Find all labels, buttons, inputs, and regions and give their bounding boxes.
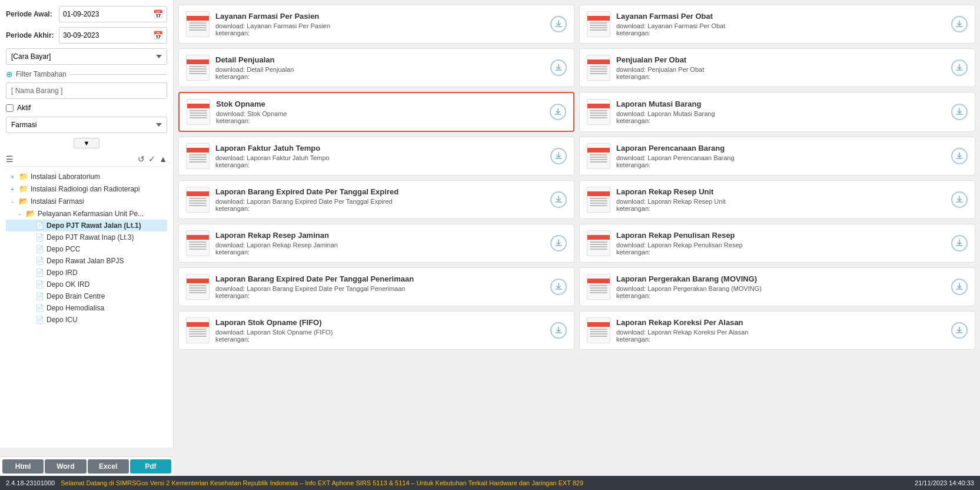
thumb-lines-laporan_stok_opname_fifo [187,327,209,339]
report-thumb-penjualan_per_obat [587,55,610,81]
report-keterangan-laporan_perencanaan_barang: keterangan: [616,161,945,168]
download-button-layanan_farmasi_per_obat[interactable] [951,16,968,32]
tree-item-depo-ok-ird[interactable]: 📄 Depo OK IRD [6,279,167,290]
report-thumb-laporan_rekap_resep_jaminan [186,230,210,256]
report-title-laporan_stok_opname_fifo: Laporan Stok Opname (FIFO) [215,318,544,327]
report-download-text-penjualan_per_obat: download: Penjualan Per Obat [616,66,945,73]
check-icon[interactable]: ✓ [148,154,155,164]
report-download-text-laporan_rekap_resep_unit: download: Laporan Rekap Resep Unit [616,198,945,205]
tree-item-pelayanan[interactable]: - 📂 Pelayanan Kefarmasian Unit Pe... [6,207,167,220]
download-button-laporan_barang_expired_per_tanggal_penerimaan[interactable] [550,279,567,295]
download-button-layanan_farmasi_per_pasien[interactable] [550,16,567,32]
report-title-laporan_faktur_jatuh_tempo: Laporan Faktur Jatuh Tempo [215,144,544,153]
report-info-laporan_rekap_penulisan_resep: Laporan Rekap Penulisan Resep download: … [616,231,945,256]
download-button-laporan_rekap_koreksi_per_alasan[interactable] [951,322,968,339]
download-button-laporan_rekap_penulisan_resep[interactable] [951,235,968,251]
collapse-button[interactable]: ▼ [74,138,100,148]
list-icon: ☰ [6,154,14,164]
report-card-laporan_rekap_penulisan_resep: Laporan Rekap Penulisan Resep download: … [579,224,975,263]
thumb-stripe-laporan_stok_opname_fifo [187,322,209,327]
marquee-wrapper: Selamat Datang di SIMRSGos Versi 2 Kemen… [61,479,909,486]
download-button-laporan_faktur_jatuh_tempo[interactable] [550,148,567,164]
tree-item-farmasi[interactable]: - 📂 Instalasi Farmasi [6,195,167,207]
file-icon-depo-brain-centre: 📄 [35,292,44,300]
report-card-laporan_mutasi_barang: Laporan Mutasi Barang download: Laporan … [579,92,975,132]
farmasi-row: Farmasi [6,117,167,133]
download-button-laporan_stok_opname_fifo[interactable] [550,322,567,339]
report-card-laporan_perencanaan_barang: Laporan Perencanaan Barang download: Lap… [579,137,975,176]
download-button-laporan_pergerakan_barang_moving[interactable] [951,279,968,295]
periode-akhir-field[interactable] [63,31,153,39]
aktif-checkbox[interactable] [6,104,14,112]
file-icon-depo-pjt-rawat-inap: 📄 [35,233,44,241]
filter-tambahan-plus-icon[interactable]: ⊕ [6,69,13,79]
history-icon[interactable]: ↺ [138,154,145,164]
tree-label-depo-pcc: Depo PCC [46,245,167,253]
download-button-detail_penjualan[interactable] [550,59,567,76]
tree-item-radio[interactable]: + 📁 Instalasi Radiologi dan Radioterapi [6,183,167,195]
download-button-laporan_rekap_resep_unit[interactable] [951,191,968,208]
report-thumb-laporan_rekap_resep_unit [587,187,610,213]
bottom-toolbar: Html Word Excel Pdf [0,456,174,476]
tree-item-depo-pjt-rawat-inap[interactable]: 📄 Depo PJT Rawat Inap (Lt.3) [6,231,167,243]
excel-button[interactable]: Excel [88,459,129,474]
thumb-lines-laporan_faktur_jatuh_tempo [187,153,209,164]
download-button-laporan_mutasi_barang[interactable] [951,104,968,120]
tree-label-depo-ird: Depo IRD [46,269,167,277]
tree-item-depo-hemodialisa[interactable]: 📄 Depo Hemodialisa [6,302,167,314]
download-button-laporan_perencanaan_barang[interactable] [951,148,968,164]
status-bar: 2.4.18-23101000 Selamat Datang di SIMRSG… [0,476,980,490]
periode-awal-field[interactable] [63,10,153,18]
report-title-laporan_barang_expired_per_tanggal_expired: Laporan Barang Expired Date Per Tanggal … [215,187,544,196]
tree-item-depo-rawat-jalan-bpjs[interactable]: 📄 Depo Rawat Jalan BPJS [6,255,167,267]
download-button-stok_opname[interactable] [550,104,566,120]
report-card-laporan_rekap_resep_unit: Laporan Rekap Resep Unit download: Lapor… [579,180,975,219]
pdf-button[interactable]: Pdf [130,459,171,474]
left-panel: Periode Awal: 📅 Periode Akhir: 📅 [Cara B… [0,0,174,448]
tree-item-lab[interactable]: + 📁 Instalasi Laboratorium [6,170,167,183]
report-download-text-stok_opname: download: Stok Opname [216,110,544,117]
report-info-laporan_rekap_resep_jaminan: Laporan Rekap Resep Jaminan download: La… [215,231,544,256]
report-thumb-laporan_barang_expired_per_tanggal_expired [186,187,210,213]
tree-container: + 📁 Instalasi Laboratorium + 📁 Instalasi… [6,170,167,326]
report-keterangan-laporan_rekap_penulisan_resep: keterangan: [616,249,945,256]
tree-label-depo-pjt-rawat-inap: Depo PJT Rawat Inap (Lt.3) [46,233,167,241]
tree-item-depo-icu[interactable]: 📄 Depo ICU [6,314,167,326]
thumb-lines-detail_penjualan [187,64,209,76]
expand-icon[interactable]: ▲ [159,154,167,164]
report-title-laporan_pergerakan_barang_moving: Laporan Pergerakan Barang (MOVING) [616,274,945,283]
tree-item-depo-pjt-rawat-jalan[interactable]: 📄 Depo PJT Rawat Jalan (Lt.1) [6,220,167,231]
thumb-stripe-detail_penjualan [187,59,209,64]
word-button[interactable]: Word [45,459,86,474]
thumb-stripe-stok_opname [187,104,210,108]
thumb-stripe-layanan_farmasi_per_pasien [187,16,209,21]
aktif-row: Aktif [6,104,167,112]
report-download-text-detail_penjualan: download: Detail Penjualan [215,66,544,73]
download-button-laporan_rekap_resep_jaminan[interactable] [550,235,567,251]
html-button[interactable]: Html [2,459,44,474]
tree-item-depo-ird[interactable]: 📄 Depo IRD [6,267,167,279]
tree-item-depo-brain-centre[interactable]: 📄 Depo Brain Centre [6,290,167,302]
cara-bayar-select[interactable]: [Cara Bayar] [6,48,167,65]
nama-barang-input[interactable] [6,82,167,99]
marquee-text: Selamat Datang di SIMRSGos Versi 2 Kemen… [61,479,583,486]
report-title-layanan_farmasi_per_obat: Layanan Farmasi Per Obat [616,12,945,21]
download-button-laporan_barang_expired_per_tanggal_expired[interactable] [550,191,567,208]
report-download-text-laporan_perencanaan_barang: download: Laporan Perencanaan Barang [616,154,945,161]
download-button-penjualan_per_obat[interactable] [951,59,968,76]
report-keterangan-detail_penjualan: keterangan: [215,73,544,80]
periode-awal-input[interactable]: 📅 [59,6,167,22]
periode-awal-row: Periode Awal: 📅 [6,6,167,22]
report-title-laporan_rekap_resep_jaminan: Laporan Rekap Resep Jaminan [215,231,544,240]
report-thumb-detail_penjualan [186,55,210,81]
report-info-laporan_stok_opname_fifo: Laporan Stok Opname (FIFO) download: Lap… [215,318,544,343]
calendar-icon-akhir: 📅 [153,31,163,40]
report-card-laporan_barang_expired_per_tanggal_expired: Laporan Barang Expired Date Per Tanggal … [178,180,574,219]
report-keterangan-penjualan_per_obat: keterangan: [616,73,945,80]
periode-akhir-input[interactable]: 📅 [59,27,167,44]
tree-item-depo-pcc[interactable]: 📄 Depo PCC [6,243,167,255]
tree-label-depo-ok-ird: Depo OK IRD [46,280,167,289]
report-title-stok_opname: Stok Opname [216,100,544,108]
file-icon-depo-icu: 📄 [35,316,44,324]
farmasi-select[interactable]: Farmasi [6,117,167,133]
